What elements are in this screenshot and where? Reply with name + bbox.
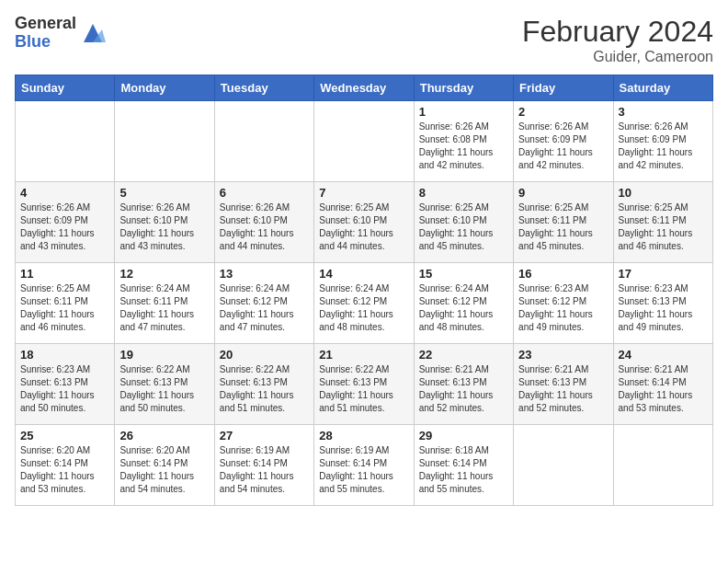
day-info: Sunrise: 6:24 AM Sunset: 6:12 PM Dayligh… — [419, 283, 494, 332]
day-number: 17 — [619, 267, 708, 281]
logo-blue: Blue — [15, 33, 76, 52]
day-number: 11 — [20, 267, 109, 281]
day-number: 20 — [220, 348, 309, 362]
day-number: 19 — [119, 348, 209, 362]
day-info: Sunrise: 6:22 AM Sunset: 6:13 PM Dayligh… — [319, 364, 393, 413]
column-header-tuesday: Tuesday — [214, 75, 313, 101]
calendar-day-cell: 22Sunrise: 6:21 AM Sunset: 6:13 PM Dayli… — [414, 344, 513, 425]
calendar-week-row: 1Sunrise: 6:26 AM Sunset: 6:08 PM Daylig… — [16, 101, 713, 182]
day-number: 13 — [220, 267, 309, 281]
day-number: 10 — [619, 186, 708, 200]
calendar-week-row: 18Sunrise: 6:23 AM Sunset: 6:13 PM Dayli… — [16, 344, 713, 425]
calendar-day-cell: 7Sunrise: 6:25 AM Sunset: 6:10 PM Daylig… — [314, 182, 414, 263]
calendar-day-cell: 13Sunrise: 6:24 AM Sunset: 6:12 PM Dayli… — [214, 263, 313, 344]
logo-icon — [80, 20, 106, 46]
day-number: 27 — [220, 429, 309, 442]
day-number: 9 — [518, 186, 608, 200]
day-info: Sunrise: 6:19 AM Sunset: 6:14 PM Dayligh… — [220, 445, 294, 494]
calendar-day-cell: 9Sunrise: 6:25 AM Sunset: 6:11 PM Daylig… — [514, 182, 613, 263]
day-number: 15 — [419, 267, 508, 281]
day-number: 25 — [20, 429, 109, 442]
calendar-day-cell — [115, 101, 214, 182]
calendar-day-cell: 8Sunrise: 6:25 AM Sunset: 6:10 PM Daylig… — [414, 182, 513, 263]
day-info: Sunrise: 6:21 AM Sunset: 6:13 PM Dayligh… — [518, 364, 593, 413]
calendar-day-cell: 10Sunrise: 6:25 AM Sunset: 6:11 PM Dayli… — [613, 182, 712, 263]
day-number: 7 — [319, 186, 408, 200]
calendar-day-cell — [16, 101, 115, 182]
calendar-table: SundayMondayTuesdayWednesdayThursdayFrid… — [15, 75, 713, 506]
day-number: 21 — [319, 348, 408, 362]
calendar-day-cell: 24Sunrise: 6:21 AM Sunset: 6:14 PM Dayli… — [613, 344, 712, 425]
day-info: Sunrise: 6:26 AM Sunset: 6:09 PM Dayligh… — [518, 121, 593, 170]
calendar-day-cell — [613, 425, 712, 506]
day-info: Sunrise: 6:26 AM Sunset: 6:10 PM Dayligh… — [119, 202, 194, 251]
day-info: Sunrise: 6:25 AM Sunset: 6:10 PM Dayligh… — [419, 202, 494, 251]
column-header-sunday: Sunday — [16, 75, 115, 101]
day-info: Sunrise: 6:21 AM Sunset: 6:13 PM Dayligh… — [419, 364, 494, 413]
day-info: Sunrise: 6:20 AM Sunset: 6:14 PM Dayligh… — [20, 445, 95, 494]
day-number: 14 — [319, 267, 408, 281]
calendar-day-cell — [514, 425, 613, 506]
day-number: 24 — [619, 348, 708, 362]
day-info: Sunrise: 6:25 AM Sunset: 6:11 PM Dayligh… — [518, 202, 593, 251]
day-info: Sunrise: 6:23 AM Sunset: 6:12 PM Dayligh… — [518, 283, 593, 332]
calendar-day-cell: 26Sunrise: 6:20 AM Sunset: 6:14 PM Dayli… — [115, 425, 214, 506]
day-info: Sunrise: 6:25 AM Sunset: 6:11 PM Dayligh… — [20, 283, 95, 332]
day-info: Sunrise: 6:22 AM Sunset: 6:13 PM Dayligh… — [220, 364, 294, 413]
calendar-day-cell: 12Sunrise: 6:24 AM Sunset: 6:11 PM Dayli… — [115, 263, 214, 344]
calendar-day-cell: 17Sunrise: 6:23 AM Sunset: 6:13 PM Dayli… — [613, 263, 712, 344]
title-block: February 2024 Guider, Cameroon — [522, 15, 713, 65]
calendar-day-cell: 29Sunrise: 6:18 AM Sunset: 6:14 PM Dayli… — [414, 425, 513, 506]
calendar-day-cell: 1Sunrise: 6:26 AM Sunset: 6:08 PM Daylig… — [414, 101, 513, 182]
calendar-day-cell: 21Sunrise: 6:22 AM Sunset: 6:13 PM Dayli… — [314, 344, 414, 425]
column-header-wednesday: Wednesday — [314, 75, 414, 101]
day-number: 18 — [20, 348, 109, 362]
calendar-day-cell: 2Sunrise: 6:26 AM Sunset: 6:09 PM Daylig… — [514, 101, 613, 182]
calendar-day-cell: 25Sunrise: 6:20 AM Sunset: 6:14 PM Dayli… — [16, 425, 115, 506]
calendar-day-cell: 15Sunrise: 6:24 AM Sunset: 6:12 PM Dayli… — [414, 263, 513, 344]
day-info: Sunrise: 6:19 AM Sunset: 6:14 PM Dayligh… — [319, 445, 393, 494]
day-number: 6 — [220, 186, 309, 200]
day-info: Sunrise: 6:23 AM Sunset: 6:13 PM Dayligh… — [619, 283, 693, 332]
day-number: 4 — [20, 186, 109, 200]
calendar-day-cell: 11Sunrise: 6:25 AM Sunset: 6:11 PM Dayli… — [16, 263, 115, 344]
calendar-day-cell: 18Sunrise: 6:23 AM Sunset: 6:13 PM Dayli… — [16, 344, 115, 425]
day-info: Sunrise: 6:18 AM Sunset: 6:14 PM Dayligh… — [419, 445, 494, 494]
calendar-day-cell: 4Sunrise: 6:26 AM Sunset: 6:09 PM Daylig… — [16, 182, 115, 263]
day-number: 5 — [119, 186, 209, 200]
day-number: 16 — [518, 267, 608, 281]
day-info: Sunrise: 6:24 AM Sunset: 6:12 PM Dayligh… — [319, 283, 393, 332]
calendar-day-cell: 5Sunrise: 6:26 AM Sunset: 6:10 PM Daylig… — [115, 182, 214, 263]
day-number: 8 — [419, 186, 508, 200]
day-info: Sunrise: 6:22 AM Sunset: 6:13 PM Dayligh… — [119, 364, 194, 413]
calendar-day-cell — [314, 101, 414, 182]
day-number: 22 — [419, 348, 508, 362]
calendar-day-cell: 19Sunrise: 6:22 AM Sunset: 6:13 PM Dayli… — [115, 344, 214, 425]
logo: General Blue — [15, 15, 106, 52]
calendar-week-row: 25Sunrise: 6:20 AM Sunset: 6:14 PM Dayli… — [16, 425, 713, 506]
calendar-day-cell: 27Sunrise: 6:19 AM Sunset: 6:14 PM Dayli… — [214, 425, 313, 506]
calendar-day-cell: 28Sunrise: 6:19 AM Sunset: 6:14 PM Dayli… — [314, 425, 414, 506]
calendar-subtitle: Guider, Cameroon — [522, 49, 713, 65]
calendar-header-row: SundayMondayTuesdayWednesdayThursdayFrid… — [16, 75, 713, 101]
day-number: 23 — [518, 348, 608, 362]
calendar-day-cell: 23Sunrise: 6:21 AM Sunset: 6:13 PM Dayli… — [514, 344, 613, 425]
day-info: Sunrise: 6:20 AM Sunset: 6:14 PM Dayligh… — [119, 445, 194, 494]
day-info: Sunrise: 6:25 AM Sunset: 6:11 PM Dayligh… — [619, 202, 693, 251]
day-info: Sunrise: 6:23 AM Sunset: 6:13 PM Dayligh… — [20, 364, 95, 413]
logo-text: General Blue — [15, 15, 76, 52]
column-header-saturday: Saturday — [613, 75, 712, 101]
calendar-week-row: 11Sunrise: 6:25 AM Sunset: 6:11 PM Dayli… — [16, 263, 713, 344]
calendar-day-cell: 3Sunrise: 6:26 AM Sunset: 6:09 PM Daylig… — [613, 101, 712, 182]
logo-general: General — [15, 15, 76, 33]
day-info: Sunrise: 6:26 AM Sunset: 6:08 PM Dayligh… — [419, 121, 494, 170]
column-header-monday: Monday — [115, 75, 214, 101]
day-number: 12 — [119, 267, 209, 281]
calendar-day-cell: 6Sunrise: 6:26 AM Sunset: 6:10 PM Daylig… — [214, 182, 313, 263]
day-number: 3 — [619, 105, 708, 119]
day-number: 28 — [319, 429, 408, 442]
day-info: Sunrise: 6:24 AM Sunset: 6:11 PM Dayligh… — [119, 283, 194, 332]
calendar-title: February 2024 — [522, 15, 713, 49]
day-number: 2 — [518, 105, 608, 119]
day-info: Sunrise: 6:26 AM Sunset: 6:09 PM Dayligh… — [619, 121, 693, 170]
